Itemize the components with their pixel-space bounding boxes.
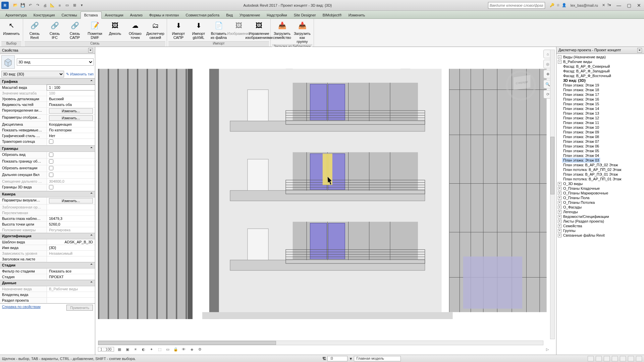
prop-edit-button[interactable]: Изменить… xyxy=(49,108,93,114)
ribbon-btn-2-2[interactable]: 📄Вставитьиз файла xyxy=(209,19,229,41)
ribbon-tab-2[interactable]: Системы xyxy=(58,12,80,18)
tree-node[interactable]: План этажа: Этаж 09 xyxy=(556,130,644,134)
print-icon[interactable]: 🖨 xyxy=(42,3,48,8)
ribbon-btn-1-4[interactable]: 🖼Деколь xyxy=(105,19,125,41)
prop-row[interactable]: Заблокированная ор… xyxy=(0,204,95,210)
minimize-button[interactable]: — xyxy=(614,1,624,10)
tree-node[interactable]: План этажа: В_АР_ПЭ_01 Этаж xyxy=(556,172,644,177)
prop-checkbox[interactable] xyxy=(49,166,53,170)
prop-row[interactable]: Положение камерыРегулировка xyxy=(0,227,95,233)
tree-node[interactable]: –В_Рабочие виды xyxy=(556,59,644,64)
tree-node[interactable]: Фасад: В_АР_Ф_Восточный xyxy=(556,73,644,78)
prop-group-header[interactable]: Идентификация⌃ xyxy=(0,233,95,239)
tree-node[interactable]: +О_Планы Кладочные xyxy=(556,186,644,191)
prop-row[interactable]: ДисциплинаКоординация xyxy=(0,122,95,127)
tree-node[interactable]: План этажа: Этаж 08 xyxy=(556,134,644,139)
tree-twisty-icon[interactable]: + xyxy=(558,234,561,237)
ribbon-btn-1-0[interactable]: 🔗СвязьRevit xyxy=(24,19,45,41)
tree-node[interactable]: План этажа: Этаж 04 xyxy=(556,153,644,158)
tree-node[interactable]: План этажа: Этаж 12 xyxy=(556,116,644,120)
ribbon-btn-1-3[interactable]: 📝ПометкиDWF xyxy=(85,19,105,41)
tree-node[interactable]: План этажа: Этаж 16 xyxy=(556,97,644,102)
horizontal-scrollbar[interactable] xyxy=(98,341,543,345)
tree-node[interactable]: План этажа: Этаж 15 xyxy=(556,102,644,106)
tree-node[interactable]: 3D вид: {3D} xyxy=(556,78,644,83)
user-account[interactable]: lex_bas@mail.ru xyxy=(569,3,600,7)
ribbon-btn-1-2[interactable]: 🔗СвязьСАПР xyxy=(65,19,85,41)
prop-group-header[interactable]: Камера⌃ xyxy=(0,191,95,197)
tree-node[interactable]: +Ведомости/Спецификации xyxy=(556,214,644,219)
reveal-hidden-icon[interactable]: ◈ xyxy=(189,347,195,352)
tree-twisty-icon[interactable]: + xyxy=(558,187,561,190)
ribbon-tab-6[interactable]: Формы и генплан xyxy=(146,12,182,18)
redo-icon[interactable]: ↷ xyxy=(35,3,40,8)
shadows-icon[interactable]: ◐ xyxy=(141,347,146,352)
prop-row[interactable]: Раздел проекта xyxy=(0,298,95,303)
tree-node[interactable]: +Листы (Раздел проекта) xyxy=(556,219,644,224)
crop-view-icon[interactable]: ⬚ xyxy=(157,347,162,352)
tree-node[interactable]: План этажа: Этаж 06 xyxy=(556,144,644,148)
prop-row[interactable]: Показать невидимые…По категории xyxy=(0,127,95,133)
prop-row[interactable]: Обрезать аннотации xyxy=(0,165,95,172)
prop-group-header[interactable]: Границы⌃ xyxy=(0,145,95,152)
ribbon-tab-4[interactable]: Аннотации xyxy=(102,12,127,18)
prop-row[interactable]: Границы 3D вида xyxy=(0,184,95,191)
tree-node[interactable]: План этажа: Этаж 19 xyxy=(556,83,644,87)
prop-checkbox[interactable] xyxy=(49,159,53,164)
instance-selector[interactable]: 3D вид: {3D} xyxy=(1,71,64,77)
ribbon-btn-2-1[interactable]: ⬇ИмпортgbXML xyxy=(189,19,209,41)
scroll-right-icon[interactable]: ▷ xyxy=(545,347,550,352)
ribbon-btn-1-1[interactable]: 🔗СвязьIFC xyxy=(45,19,65,41)
signin-icon[interactable]: 👤 xyxy=(562,3,567,7)
tree-node[interactable]: +О_Фасады xyxy=(556,205,644,209)
select-pinned-icon[interactable] xyxy=(604,356,610,361)
prop-row[interactable]: Видимость частейПоказать оба xyxy=(0,102,95,108)
prop-row[interactable]: Значение масштаба100 xyxy=(0,90,95,96)
tree-node[interactable]: +О_Планы Пола xyxy=(556,195,644,200)
edit-type-link[interactable]: Изменить тип xyxy=(66,72,94,76)
prop-row[interactable]: Фильтр по стадиямПоказать все xyxy=(0,268,95,274)
select-underlay-icon[interactable] xyxy=(596,356,602,361)
prop-row[interactable]: Смещение дальнего …304800,0 xyxy=(0,179,95,184)
rendering-icon[interactable]: ✦ xyxy=(149,347,154,352)
temp-hide-icon[interactable]: 👁 xyxy=(181,347,186,352)
tree-node[interactable]: +Связанные файлы Revit xyxy=(556,233,644,238)
tree-node[interactable]: Фасад: В_АР_Ф_Западный xyxy=(556,69,644,73)
prop-row[interactable]: Шаблон видаADSK_АР_В_3D xyxy=(0,239,95,245)
tree-twisty-icon[interactable]: + xyxy=(558,229,561,233)
tree-node[interactable]: План этажа: Этаж 11 xyxy=(556,120,644,125)
properties-help-link[interactable]: Справка по свойствам xyxy=(2,305,41,311)
ribbon-btn-3-1[interactable]: 📥Загрузить какгруппу xyxy=(292,19,312,44)
drag-elements-icon[interactable] xyxy=(620,356,626,361)
properties-close-icon[interactable]: ✕ xyxy=(88,48,93,53)
prop-checkbox[interactable] xyxy=(49,185,53,189)
prop-row[interactable]: Высота точки цели5260,0 xyxy=(0,222,95,227)
view-canvas[interactable]: Спереди ⌂ ◎ ✥ 🔍 ⟳ 1 : 100 ▦ ▣ ☀ ◐ ✦ ⬚ ▭ … xyxy=(95,47,556,355)
prop-group-header[interactable]: Графика⌃ xyxy=(0,78,95,85)
prop-group-header[interactable]: Данные⌃ xyxy=(0,280,95,286)
ribbon-tab-9[interactable]: Управление xyxy=(236,12,263,18)
tree-node[interactable]: План потолка: В_АР_ПП_01 Этаж xyxy=(556,177,644,181)
prop-checkbox[interactable] xyxy=(49,173,53,177)
ribbon-tab-8[interactable]: Вид xyxy=(223,12,236,18)
maximize-button[interactable]: ▢ xyxy=(624,1,634,10)
prop-checkbox[interactable] xyxy=(49,153,53,157)
design-options-icon[interactable]: 🏗 xyxy=(322,357,326,361)
ribbon-btn-1-6[interactable]: 🗂Диспетчерсвязей xyxy=(145,19,165,41)
ribbon-tab-3[interactable]: Вставка xyxy=(80,11,102,19)
prop-row[interactable]: Параметры отображ…Изменить… xyxy=(0,115,95,122)
prop-row[interactable]: Высота глаза наблю…16479,3 xyxy=(0,216,95,222)
prop-row[interactable]: Уровень детализацииВысокий xyxy=(0,96,95,102)
tree-twisty-icon[interactable]: + xyxy=(558,191,561,195)
select-face-icon[interactable] xyxy=(612,356,618,361)
prop-row[interactable]: Графический стиль …Нет xyxy=(0,133,95,139)
ribbon-tab-11[interactable]: Site Designer xyxy=(290,12,319,18)
view-scale[interactable]: 1 : 100 xyxy=(98,347,114,352)
prop-row[interactable]: Имя вида{3D} xyxy=(0,245,95,251)
align-icon[interactable]: ≡ xyxy=(57,3,62,8)
main-model-field[interactable]: Главная модель xyxy=(354,356,401,361)
tree-node[interactable]: +О_3D виды xyxy=(556,181,644,186)
search-input[interactable] xyxy=(488,2,545,9)
tree-node[interactable]: План этажа: Этаж 17 xyxy=(556,92,644,97)
tree-node[interactable]: План этажа: Этаж 05 xyxy=(556,148,644,153)
